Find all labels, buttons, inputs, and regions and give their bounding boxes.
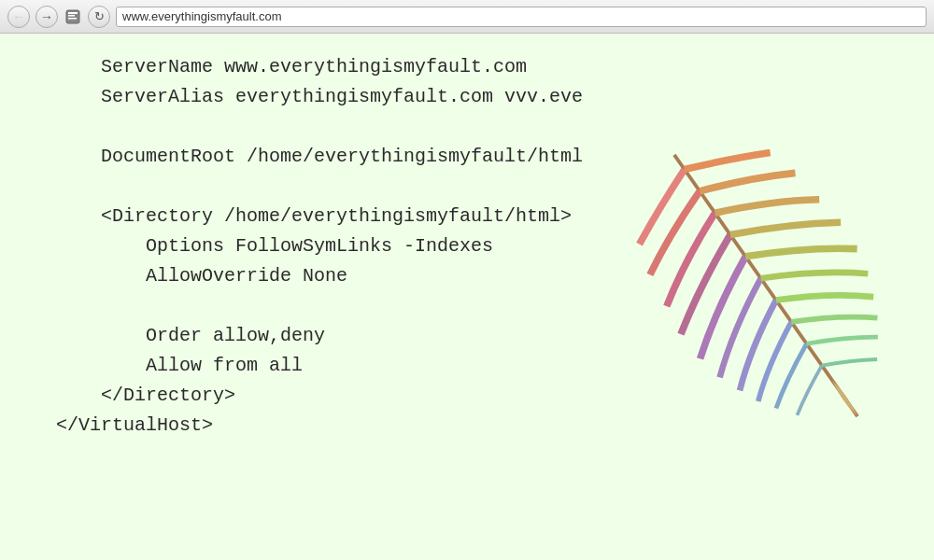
empty-line-2: [56, 172, 878, 202]
empty-line-3: [56, 291, 878, 321]
code-line-order: Order allow,deny: [56, 321, 878, 351]
code-line-servername: ServerName www.everythingismyfault.com: [56, 52, 878, 82]
code-line-docroot: DocumentRoot /home/everythingismyfault/h…: [56, 142, 878, 172]
address-bar[interactable]: www.everythingismyfault.com: [116, 7, 927, 27]
content-area: ServerName www.everythingismyfault.com S…: [0, 34, 934, 560]
empty-line-1: [56, 112, 878, 142]
page-icon: [64, 7, 82, 26]
back-button[interactable]: ←: [7, 6, 30, 28]
url-text: www.everythingismyfault.com: [122, 9, 282, 23]
code-line-options: Options FollowSymLinks -Indexes: [56, 231, 878, 261]
code-line-directory-close: </Directory>: [56, 381, 878, 411]
code-line-serveralias: ServerAlias everythingismyfault.com vvv.…: [56, 82, 878, 112]
forward-button[interactable]: →: [35, 6, 58, 28]
refresh-button[interactable]: ↻: [88, 6, 110, 28]
svg-rect-2: [68, 15, 75, 17]
code-line-virtualhost-close: </VirtualHost>: [56, 411, 878, 441]
code-block: ServerName www.everythingismyfault.com S…: [56, 52, 878, 441]
browser-toolbar: ← → ↻ www.everythingismyfault.com: [0, 0, 934, 34]
code-line-allowoverride: AllowOverride None: [56, 261, 878, 291]
code-line-directory-open: <Directory /home/everythingismyfault/htm…: [56, 202, 878, 231]
svg-rect-1: [68, 12, 78, 14]
svg-rect-3: [68, 18, 77, 20]
code-line-allow: Allow from all: [56, 351, 878, 381]
